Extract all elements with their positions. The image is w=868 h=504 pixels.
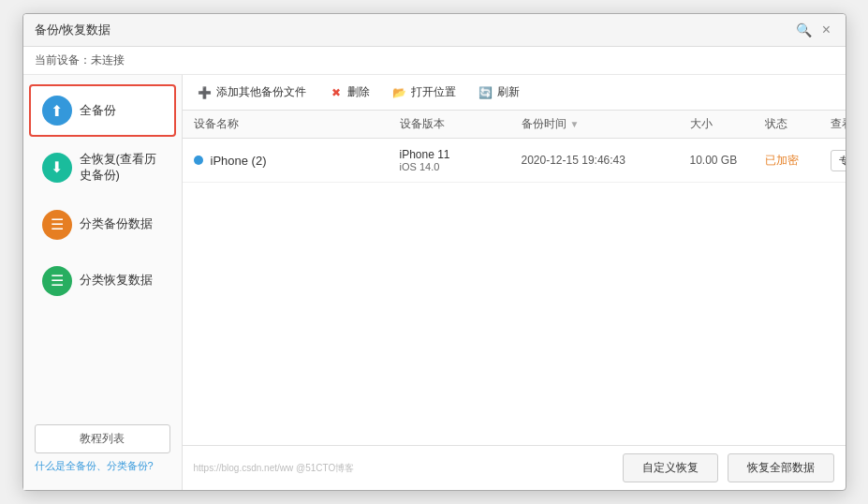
sort-icon: ▼ [570,119,580,129]
professional-mode-button[interactable]: 专业模式 [831,150,846,171]
right-panel: ➕ 添加其他备份文件 ✖ 删除 📂 打开位置 🔄 刷新 [183,75,846,490]
current-device-label: 当前设备：未连接 [35,53,125,67]
tutorial-button[interactable]: 教程列表 [35,424,170,453]
sidebar-item-full-backup[interactable]: ⬆ 全备份 [29,84,176,137]
close-button[interactable]: × [819,22,834,37]
header-view-backup: 查看备份 [831,116,846,132]
table-row: iPhone (2) iPhone 11 iOS 14.0 2020-12-15… [183,139,846,183]
header-size: 大小 [690,116,765,132]
table-container: 设备名称 设备版本 备份时间 ▼ 大小 状态 [183,111,846,445]
add-icon: ➕ [198,85,213,100]
full-restore-icon: ⬇ [42,153,72,183]
main-content: ⬆ 全备份 ⬇ 全恢复(查看历史备份) ☰ 分类备份数据 ☰ 分类恢复数据 教程… [23,75,846,490]
device-version-sub: iOS 14.0 [400,161,522,172]
header-status: 状态 [765,116,831,132]
device-version-main: iPhone 11 [400,148,522,161]
category-restore-icon: ☰ [42,266,72,296]
sidebar: ⬆ 全备份 ⬇ 全恢复(查看历史备份) ☰ 分类备份数据 ☰ 分类恢复数据 教程… [23,75,183,490]
sidebar-label-full-restore: 全恢复(查看历史备份) [80,152,163,184]
backup-size: 10.00 GB [690,154,765,167]
refresh-button[interactable]: 🔄 刷新 [475,82,523,102]
status-badge: 已加密 [765,153,831,169]
sidebar-bottom: 教程列表 什么是全备份、分类备份? [23,415,182,482]
restore-all-button[interactable]: 恢复全部数据 [728,453,834,482]
custom-restore-button[interactable]: 自定义恢复 [623,453,718,482]
bottom-bar: https://blog.csdn.net/ww @51CTO博客 自定义恢复 … [183,445,846,490]
sidebar-item-full-restore[interactable]: ⬇ 全恢复(查看历史备份) [29,141,176,195]
folder-icon: 📂 [392,85,407,100]
window-title: 备份/恢复数据 [35,22,111,38]
delete-icon: ✖ [329,85,344,100]
header-device-name: 设备名称 [194,116,400,132]
header-device-version: 设备版本 [400,116,522,132]
backup-time: 2020-12-15 19:46:43 [522,154,690,167]
search-icon[interactable]: 🔍 [796,22,812,37]
delete-button[interactable]: ✖ 删除 [325,82,374,102]
toolbar: ➕ 添加其他备份文件 ✖ 删除 📂 打开位置 🔄 刷新 [183,75,846,111]
current-device-bar: 当前设备：未连接 [23,47,846,75]
table-header: 设备名称 设备版本 备份时间 ▼ 大小 状态 [183,111,846,139]
device-status-dot [194,156,203,165]
open-location-button[interactable]: 📂 打开位置 [389,82,460,102]
watermark: https://blog.csdn.net/ww @51CTO博客 [194,462,355,475]
sidebar-item-category-backup[interactable]: ☰ 分类备份数据 [29,199,176,251]
full-backup-icon: ⬆ [42,96,72,126]
device-name-cell: iPhone (2) [194,154,400,168]
sidebar-label-category-backup: 分类备份数据 [80,216,153,232]
sidebar-label-full-backup: 全备份 [80,103,116,119]
category-backup-icon: ☰ [42,210,72,240]
sidebar-label-category-restore: 分类恢复数据 [80,273,153,289]
action-buttons: 专业模式 简易模式 [831,150,846,171]
main-window: 备份/恢复数据 🔍 × 当前设备：未连接 ⬆ 全备份 ⬇ 全恢复(查看历史备份)… [22,13,846,491]
sidebar-item-category-restore[interactable]: ☰ 分类恢复数据 [29,255,176,307]
add-backup-file-button[interactable]: ➕ 添加其他备份文件 [194,82,310,102]
title-bar: 备份/恢复数据 🔍 × [23,14,846,47]
device-name: iPhone (2) [211,154,267,168]
header-backup-time[interactable]: 备份时间 ▼ [522,116,690,132]
faq-link[interactable]: 什么是全备份、分类备份? [35,459,170,473]
device-version-cell: iPhone 11 iOS 14.0 [400,148,522,172]
refresh-icon: 🔄 [478,85,493,100]
